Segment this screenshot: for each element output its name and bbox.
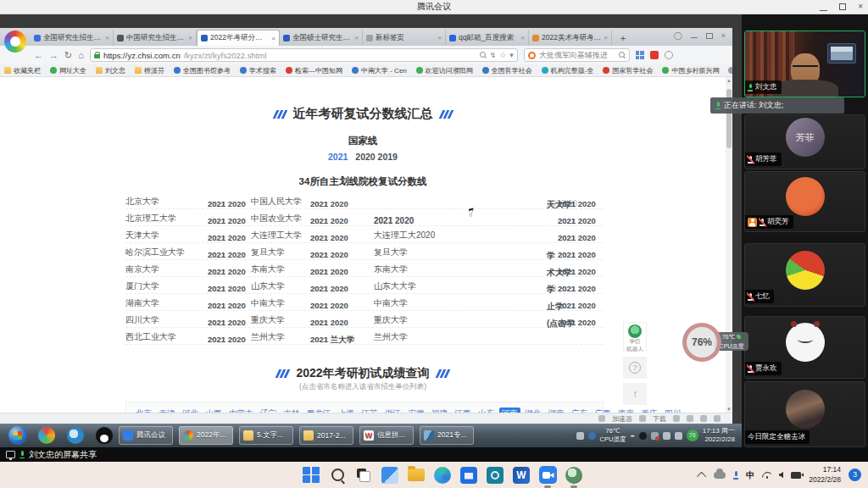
university-link[interactable]: 西北工业大学 xyxy=(125,331,176,343)
university-link[interactable]: 四川大学 xyxy=(125,314,159,326)
ime-indicator[interactable]: 中 xyxy=(746,469,754,481)
university-link[interactable]: 重庆大学 xyxy=(251,314,285,326)
address-bar[interactable]: https://yz.chsi.com.cn /kyzx/zt/kyfs2022… xyxy=(90,48,518,62)
download-label[interactable]: 下载 xyxy=(653,414,666,424)
tab-close-icon[interactable]: × xyxy=(354,34,359,42)
taskbar-icon-slot[interactable] xyxy=(354,466,373,485)
network-error-icon[interactable] xyxy=(651,432,659,440)
back-to-top-widget[interactable]: ↑ xyxy=(623,383,647,405)
network-icon[interactable] xyxy=(665,51,673,59)
participant-tile[interactable]: 刘文忠 xyxy=(744,30,865,97)
browser-maximize-icon[interactable] xyxy=(706,33,713,39)
browser-quicklaunch-icon[interactable] xyxy=(38,427,55,444)
home-icon[interactable]: ⌂ xyxy=(78,51,84,60)
taskbar-button[interactable]: W信息拼... xyxy=(359,426,414,445)
status-icon[interactable] xyxy=(687,415,693,422)
taskbar-button[interactable]: 5.文字... xyxy=(239,426,293,445)
taskbar-icon-slot[interactable] xyxy=(328,466,347,485)
taskbar-button[interactable]: 腾讯会议 xyxy=(119,426,173,445)
university-link[interactable]: 厦门大学 xyxy=(125,280,159,292)
bookmark-item[interactable]: 刘文忠 xyxy=(96,66,125,75)
notification-badge[interactable]: 3 xyxy=(849,469,861,481)
volume-icon[interactable] xyxy=(779,472,783,479)
browser-tab[interactable]: 2022美术考研考生出线× xyxy=(529,30,612,46)
year-links-older[interactable]: 2020 2019 xyxy=(355,152,398,162)
year-link-2021[interactable]: 2021 xyxy=(328,152,348,162)
search-box[interactable]: 大批俄军向基辅推进 xyxy=(524,48,630,62)
scroll-up-icon[interactable]: ▲ xyxy=(726,78,732,83)
flash-icon[interactable]: ↯ xyxy=(490,51,497,59)
year-links[interactable]: 2021 2020 xyxy=(208,250,246,259)
temp-badge[interactable]: 76 xyxy=(687,430,698,441)
bookmark-item[interactable]: 收藏夹栏 xyxy=(4,66,41,75)
qq-tray-icon[interactable] xyxy=(639,432,647,440)
ime-tray-icon[interactable] xyxy=(663,432,670,440)
bookmark-item[interactable]: 全国图书馆参考 xyxy=(174,66,231,75)
minimize-icon[interactable] xyxy=(820,3,827,11)
camera-in-use-icon[interactable] xyxy=(791,472,801,479)
taskbar-icon-slot[interactable] xyxy=(565,466,583,485)
university-link[interactable]: 哈尔滨工业大学 xyxy=(125,247,185,258)
qq-icon[interactable] xyxy=(96,427,113,444)
scroll-down-icon[interactable]: ▼ xyxy=(726,407,732,412)
university-link[interactable]: 大连理工大学 xyxy=(251,230,302,241)
year-links[interactable]: 2021 2020 xyxy=(558,216,596,225)
taskbar-icon-slot[interactable] xyxy=(381,466,399,485)
year-links[interactable]: 2021 2020 xyxy=(208,318,246,327)
search-quicklaunch-icon[interactable] xyxy=(67,427,84,444)
year-links[interactable]: 2021 2020 xyxy=(208,267,246,276)
bookmark-star-icon[interactable]: ☆ xyxy=(499,51,506,59)
taskbar-icon-slot[interactable] xyxy=(486,466,504,485)
university-link[interactable]: 中国农业大学 xyxy=(251,213,302,225)
start-orb-icon[interactable] xyxy=(8,426,27,445)
volume-tray-icon[interactable] xyxy=(675,432,682,440)
restore-icon[interactable] xyxy=(839,3,846,10)
year-links[interactable]: 2021 兰大学 xyxy=(310,335,354,346)
status-icon[interactable] xyxy=(673,415,680,422)
year-links[interactable]: 2021 2020 xyxy=(558,233,596,242)
browser-minimize-icon[interactable] xyxy=(691,37,698,38)
bookmark-item[interactable]: 全国哲学社会 xyxy=(482,66,532,75)
year-links[interactable]: 2021 2020 xyxy=(208,284,246,293)
year-links[interactable]: 2021 2020 xyxy=(310,318,348,327)
year-links[interactable]: 2021 2020 xyxy=(558,318,596,327)
refresh-icon[interactable]: ↻ xyxy=(64,51,72,60)
university-link[interactable]: 山东大学 xyxy=(251,280,285,292)
status-icon[interactable] xyxy=(700,415,707,422)
year-links[interactable]: 2021 2020 xyxy=(208,335,246,344)
chsi-robot-widget[interactable]: 学信 机器人 xyxy=(623,322,647,351)
bookmark-item[interactable]: 机构完整版-全 xyxy=(542,66,594,75)
search-in-page-icon[interactable] xyxy=(480,52,487,58)
cpu-temp-gauge[interactable]: 76% xyxy=(682,323,721,362)
host-clock[interactable]: 17:14 2022/2/28 xyxy=(809,465,841,485)
taskbar-button[interactable]: 2021专... xyxy=(420,426,474,445)
taskbar-icon-slot[interactable] xyxy=(538,466,557,485)
apps-grid-icon[interactable] xyxy=(636,51,644,59)
taskbar-icon-slot[interactable] xyxy=(433,466,452,485)
year-links[interactable]: 2021 2020 xyxy=(310,216,348,225)
account-icon[interactable]: ◯ xyxy=(674,31,682,40)
wifi-icon[interactable] xyxy=(762,472,771,479)
participant-tile[interactable]: 贾永欢 xyxy=(744,316,865,379)
participant-tile[interactable]: 今日限定全糖去冰 xyxy=(744,381,865,447)
taskbar-icon-slot[interactable] xyxy=(459,466,478,485)
university-link[interactable]: 湖南大学 xyxy=(125,297,159,309)
participant-tile[interactable]: 芳菲胡芳菲 xyxy=(744,114,865,169)
taskbar-button[interactable]: 2022年... xyxy=(179,426,233,445)
close-icon[interactable]: × xyxy=(858,2,863,12)
year-links[interactable]: 2021 2020 xyxy=(208,301,246,310)
tab-close-icon[interactable]: × xyxy=(188,34,192,42)
new-tab-button[interactable]: + xyxy=(615,32,631,46)
forward-icon[interactable]: → xyxy=(49,51,58,60)
back-icon[interactable]: ← xyxy=(34,51,43,60)
tab-close-icon[interactable]: × xyxy=(437,34,442,42)
address-dropdown-icon[interactable]: ▾ xyxy=(509,51,514,59)
browser-tab[interactable]: 全国研究生招生信息网_× xyxy=(31,30,114,46)
year-links[interactable]: 2021 2020 xyxy=(558,301,596,310)
page-scrollbar[interactable]: ▲ ▼ xyxy=(726,77,732,413)
university-link[interactable]: 北京理工大学 xyxy=(125,213,176,225)
taskbar-icon-slot[interactable] xyxy=(407,466,426,485)
year-links[interactable]: 2021 2020 xyxy=(558,250,596,259)
onedrive-icon[interactable] xyxy=(714,472,726,479)
year-links[interactable]: 2021 2020 xyxy=(208,199,246,208)
